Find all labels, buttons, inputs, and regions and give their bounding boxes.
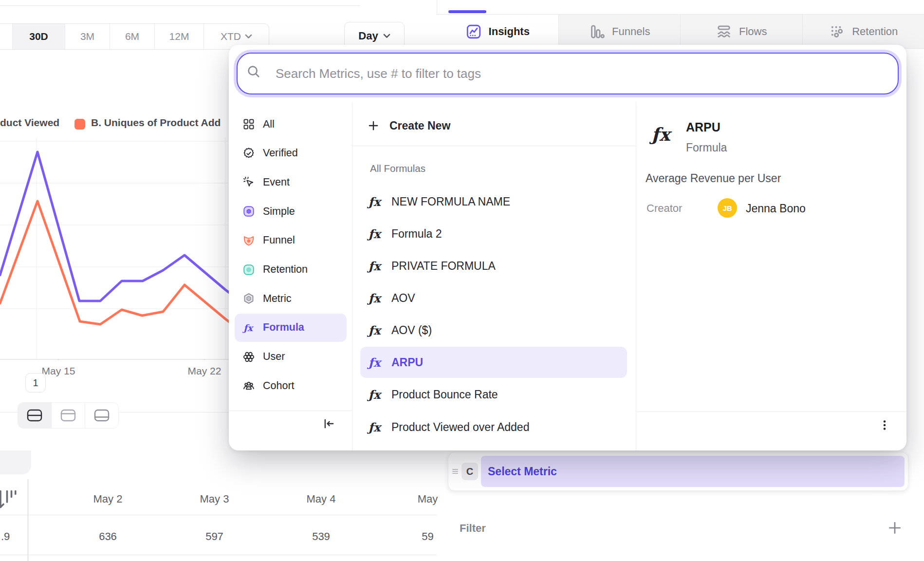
tab-retention-label: Retention	[852, 25, 898, 38]
line-chart[interactable]	[0, 138, 232, 360]
range-30d-button[interactable]: 30D	[13, 24, 65, 49]
tab-retention[interactable]: Retention	[802, 15, 924, 49]
category-label: All	[263, 118, 275, 131]
range-12m-button[interactable]: 12M	[155, 24, 204, 49]
category-all[interactable]: All	[235, 110, 347, 138]
table-header-cell[interactable]: May 4	[268, 493, 374, 505]
formula-item[interactable]: ƒx Product Bounce Rate	[360, 379, 627, 410]
left-card-top-border	[0, 5, 360, 6]
category-event[interactable]: Event	[235, 168, 347, 196]
create-new-divider	[352, 146, 636, 146]
category-label: Cohort	[263, 380, 295, 392]
mixpanel-insights-screen: 30D 3M 6M 12M XTD Day Insights	[0, 0, 924, 561]
retention-dots-icon	[829, 23, 845, 40]
create-new-label: Create New	[389, 119, 450, 132]
svg-text:ƒx: ƒx	[367, 388, 382, 402]
page-number-button[interactable]: 1	[25, 373, 46, 393]
top-divider-vertical	[437, 0, 437, 14]
table-header-cell[interactable]: May 2	[55, 493, 161, 505]
tab-funnels-label: Funnels	[612, 25, 650, 38]
formula-fx-icon: ƒx	[367, 322, 384, 338]
category-formula[interactable]: ƒx Formula	[235, 314, 347, 342]
collapse-sidebar-icon[interactable]	[322, 417, 336, 430]
tab-insights[interactable]: Insights	[437, 15, 558, 49]
category-user[interactable]: User	[235, 343, 347, 371]
detail-description: Average Revenue per User	[646, 172, 781, 185]
retention-metric-icon	[242, 263, 255, 276]
date-range-partial-segment[interactable]	[0, 24, 13, 49]
range-6m-button[interactable]: 6M	[110, 24, 155, 49]
tab-flows-label: Flows	[739, 25, 767, 38]
top-nav-active-indicator	[448, 10, 486, 13]
report-tabs: Insights Funnels Flows	[437, 15, 924, 49]
legend-series-a-label: duct Viewed	[0, 117, 59, 129]
select-metric-button[interactable]: Select Metric	[481, 456, 905, 487]
formula-fx-icon: ƒx	[367, 225, 384, 242]
sort-descending-icon[interactable]	[0, 489, 17, 511]
more-options-kebab-icon[interactable]	[878, 419, 891, 431]
list-section-label: All Formulas	[370, 163, 425, 174]
range-30d-label: 30D	[29, 31, 48, 42]
category-label: Simple	[263, 206, 295, 218]
range-xtd-label: XTD	[221, 31, 241, 42]
table-value-cell[interactable]: 597	[161, 530, 268, 543]
create-new-button[interactable]: Create New	[360, 110, 627, 141]
tab-flows[interactable]: Flows	[680, 15, 802, 49]
table-row: 636 597 539 59	[55, 530, 483, 543]
drag-handle-icon[interactable]	[452, 467, 459, 476]
chevron-down-icon	[383, 34, 390, 38]
tab-insights-label: Insights	[489, 25, 530, 38]
formula-item-label: ARPU	[391, 356, 423, 369]
category-verified[interactable]: Verified	[235, 139, 347, 168]
category-simple[interactable]: Simple	[235, 197, 347, 225]
sidebar-footer-divider	[229, 411, 352, 411]
svg-text:ƒx: ƒx	[367, 323, 382, 337]
tab-funnels[interactable]: Funnels	[558, 15, 681, 49]
cohort-people-icon	[242, 379, 255, 392]
table-row-divider	[0, 515, 437, 515]
formula-fx-icon: ƒx	[367, 290, 384, 306]
range-12m-label: 12M	[169, 31, 189, 42]
category-retention[interactable]: Retention	[235, 256, 347, 284]
search-icon	[246, 64, 261, 79]
formula-item[interactable]: ƒx Formula 2	[360, 218, 627, 249]
table-value-cell[interactable]: 539	[268, 530, 374, 543]
formula-fx-icon-large: ƒx	[649, 122, 675, 147]
layout-split-button[interactable]	[18, 403, 52, 428]
search-input[interactable]	[237, 53, 899, 94]
metric-row-letter: C	[466, 466, 473, 477]
table-header-cell[interactable]: May	[374, 493, 481, 505]
plus-icon	[367, 119, 380, 132]
formula-item-selected[interactable]: ƒx ARPU	[360, 347, 627, 378]
svg-text:ƒx: ƒx	[367, 420, 382, 434]
formula-item[interactable]: ƒx AOV ($)	[360, 315, 627, 346]
creator-initials: JB	[722, 204, 732, 212]
formula-item[interactable]: ƒx PRIVATE FORMULA	[360, 250, 627, 281]
category-funnel[interactable]: Funnel	[235, 226, 347, 255]
formula-fx-icon: ƒx	[242, 321, 255, 334]
layout-chart-only-button[interactable]	[52, 403, 85, 428]
range-3m-button[interactable]: 3M	[65, 24, 110, 49]
svg-text:ƒx: ƒx	[367, 227, 382, 241]
metric-picker-panel: All Verified Event Simple	[229, 45, 906, 450]
metric-hexagon-icon	[242, 292, 255, 305]
formula-item[interactable]: ƒx AOV	[360, 282, 627, 314]
layout-table-only-button[interactable]	[85, 403, 118, 428]
category-label: Metric	[263, 293, 292, 305]
legend-series-b-label: B. Uniques of Product Add	[91, 117, 221, 129]
svg-text:ƒx: ƒx	[242, 322, 254, 333]
table-value-cell[interactable]: 636	[55, 530, 161, 543]
category-cohort[interactable]: Cohort	[235, 372, 347, 400]
add-filter-button[interactable]	[887, 520, 903, 536]
funnels-bars-icon	[589, 23, 605, 40]
category-metric[interactable]: Metric	[235, 284, 347, 313]
formula-item-label: Product Bounce Rate	[391, 388, 498, 401]
table-view-tab[interactable]	[0, 450, 31, 474]
formula-fx-icon: ƒx	[367, 193, 384, 210]
grid-icon	[242, 118, 255, 131]
verified-badge-icon	[242, 147, 255, 160]
formula-item[interactable]: ƒx NEW FORMULA NAME	[360, 186, 627, 217]
legend-series-b-swatch	[74, 119, 85, 130]
table-header-cell[interactable]: May 3	[161, 493, 268, 505]
formula-item[interactable]: ƒx Product Viewed over Added	[360, 411, 627, 443]
